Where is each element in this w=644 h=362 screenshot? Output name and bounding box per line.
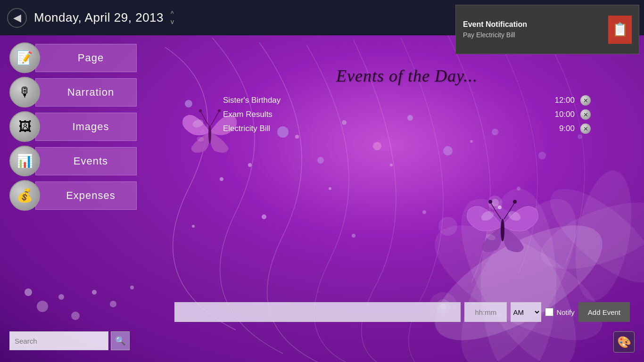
sidebar-item-narration[interactable]: 🎙 Narration xyxy=(9,77,137,107)
search-bar: 🔍 xyxy=(9,331,130,350)
notify-checkbox[interactable] xyxy=(545,308,553,316)
event-notification: Event Notification Pay Electricity Bill … xyxy=(455,5,639,54)
search-button[interactable]: 🔍 xyxy=(111,331,130,350)
notif-icon-symbol: 📋 xyxy=(612,22,628,37)
back-button[interactable]: ◀ xyxy=(7,8,27,28)
notify-container: Notify xyxy=(545,308,574,316)
events-label-box[interactable]: Events xyxy=(35,147,137,175)
search-icon: 🔍 xyxy=(115,336,125,346)
event-delete-0[interactable]: ✕ xyxy=(580,95,591,106)
table-row: Sister's Birthday 12:00 ✕ xyxy=(223,95,591,106)
images-label-box[interactable]: Images xyxy=(35,113,137,141)
sidebar-item-events[interactable]: 📊 Events xyxy=(9,146,137,176)
page-label-box[interactable]: Page xyxy=(35,44,137,72)
events-icon: 📊 xyxy=(9,146,40,176)
table-row: Electricity Bill 9:00 ✕ xyxy=(223,123,591,134)
nav-up[interactable]: ^ xyxy=(171,10,174,18)
event-name-0: Sister's Birthday xyxy=(223,96,546,105)
ampm-select[interactable]: AM PM xyxy=(511,302,541,322)
sidebar-item-expenses[interactable]: 💰 Expenses xyxy=(9,180,137,211)
header-date: Monday, April 29, 2013 xyxy=(34,10,164,25)
notif-text: Event Notification Pay Electricity Bill xyxy=(463,20,603,39)
events-title: Events of the Day... xyxy=(336,66,478,86)
notify-label: Notify xyxy=(556,308,574,316)
narration-label-box[interactable]: Narration xyxy=(35,78,137,107)
images-icon: 🖼 xyxy=(9,111,40,142)
event-delete-1[interactable]: ✕ xyxy=(580,109,591,120)
notif-body: Pay Electricity Bill xyxy=(463,31,603,39)
event-text-input[interactable] xyxy=(174,302,461,322)
add-event-button[interactable]: Add Event xyxy=(578,302,630,322)
sidebar-label-page: Page xyxy=(78,52,104,64)
sidebar-label-narration: Narration xyxy=(67,86,114,99)
nav-down[interactable]: v xyxy=(171,18,174,26)
date-nav[interactable]: ^ v xyxy=(171,10,174,26)
time-input[interactable] xyxy=(464,302,507,322)
notif-title: Event Notification xyxy=(463,20,603,29)
palette-icon: 🎨 xyxy=(617,336,631,349)
palette-button[interactable]: 🎨 xyxy=(613,331,635,353)
sidebar-label-expenses: Expenses xyxy=(66,189,116,202)
narration-icon: 🎙 xyxy=(9,77,40,107)
sidebar-label-images: Images xyxy=(72,121,109,133)
event-name-2: Electricity Bill xyxy=(223,124,546,133)
notif-icon: 📋 xyxy=(608,16,632,44)
events-list: Sister's Birthday 12:00 ✕ Exam Results 1… xyxy=(223,95,591,138)
sidebar-item-images[interactable]: 🖼 Images xyxy=(9,111,137,142)
search-input[interactable] xyxy=(9,331,108,350)
sidebar-label-events: Events xyxy=(74,155,108,167)
expenses-icon: 💰 xyxy=(9,180,40,211)
add-event-form: AM PM Notify Add Event xyxy=(174,302,630,322)
event-time-2: 9:00 xyxy=(546,124,575,133)
page-icon: 📝 xyxy=(9,42,40,73)
event-delete-2[interactable]: ✕ xyxy=(580,123,591,134)
expenses-label-box[interactable]: Expenses xyxy=(35,181,137,210)
event-name-1: Exam Results xyxy=(223,110,546,119)
event-time-1: 10:00 xyxy=(546,110,575,119)
event-time-0: 12:00 xyxy=(546,96,575,105)
sidebar-item-page[interactable]: 📝 Page xyxy=(9,42,137,73)
table-row: Exam Results 10:00 ✕ xyxy=(223,109,591,120)
sidebar: 📝 Page 🎙 Narration 🖼 Images 📊 Events 💰 E… xyxy=(9,42,137,211)
